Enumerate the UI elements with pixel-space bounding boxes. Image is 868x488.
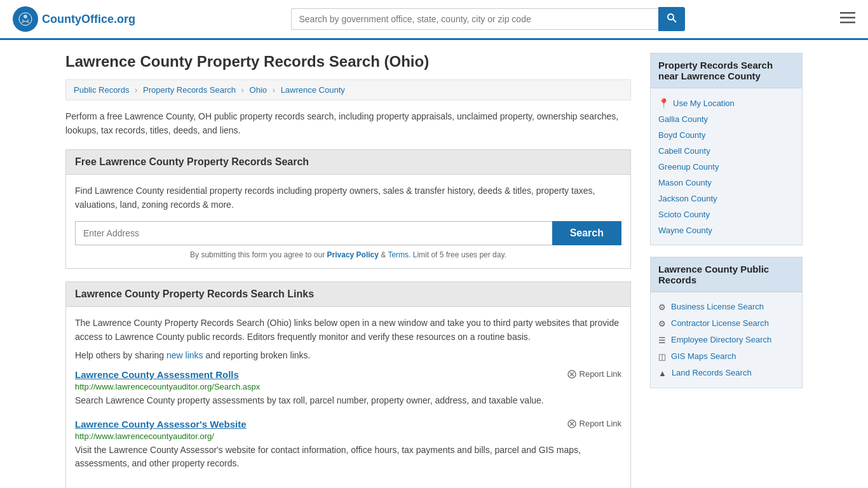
record-desc-0: Search Lawrence County property assessme…: [75, 394, 621, 407]
breadcrumb-ohio[interactable]: Ohio: [250, 85, 267, 95]
address-input[interactable]: [75, 221, 552, 245]
nearby-county-cabell-county[interactable]: Cabell County: [658, 143, 794, 159]
header-search-area: [291, 7, 685, 31]
breadcrumb-lawrence-county[interactable]: Lawrence County: [281, 85, 345, 95]
records-container: Lawrence County Assessment Rolls Report …: [75, 369, 621, 470]
svg-rect-6: [840, 12, 855, 14]
free-search-description: Find Lawrence County residential propert…: [75, 184, 621, 212]
pub-records-link-0[interactable]: ⚙Business License Search: [658, 299, 794, 315]
nearby-county-boyd-county[interactable]: Boyd County: [658, 127, 794, 143]
pub-records-link-4[interactable]: ▲Land Records Search: [658, 365, 794, 381]
record-title-0[interactable]: Lawrence County Assessment Rolls: [75, 369, 239, 380]
site-header: CountyOffice.org: [0, 0, 868, 40]
nearby-county-jackson-county[interactable]: Jackson County: [658, 191, 794, 207]
privacy-policy-link[interactable]: Privacy Policy: [327, 250, 379, 259]
pub-icon-4: ▲: [658, 369, 667, 378]
nearby-county-greenup-county[interactable]: Greenup County: [658, 159, 794, 175]
pub-records-link-2[interactable]: ☰Employee Directory Search: [658, 332, 794, 348]
address-search-row: Search: [75, 221, 621, 245]
free-search-header: Free Lawrence County Property Records Se…: [66, 150, 630, 175]
nearby-county-scioto-county[interactable]: Scioto County: [658, 207, 794, 222]
new-links-link[interactable]: new links: [166, 350, 203, 360]
nearby-section-header: Property Records Search near Lawrence Co…: [651, 53, 802, 88]
intro-text: Perform a free Lawrence County, OH publi…: [65, 109, 631, 138]
links-section: Lawrence County Property Records Search …: [65, 281, 631, 488]
record-url-1[interactable]: http://www.lawrencecountyauditor.org/: [75, 431, 621, 441]
header-search-input[interactable]: [291, 8, 658, 30]
record-desc-1: Visit the Lawrence County Assessor's web…: [75, 444, 621, 470]
pub-icon-0: ⚙: [658, 302, 666, 312]
record-item: Lawrence County Assessor's Website Repor…: [75, 419, 621, 470]
page-title: Lawrence County Property Records Search …: [65, 53, 631, 71]
links-section-body: The Lawrence County Property Records Sea…: [66, 307, 630, 488]
terms-link[interactable]: Terms: [388, 250, 409, 259]
links-section-header: Lawrence County Property Records Search …: [66, 282, 630, 307]
content-area: Lawrence County Property Records Search …: [65, 53, 631, 488]
nearby-section: Property Records Search near Lawrence Co…: [650, 53, 803, 245]
svg-line-5: [673, 19, 676, 22]
nearby-county-wayne-county[interactable]: Wayne County: [658, 222, 794, 238]
svg-rect-8: [840, 22, 855, 24]
public-records-header: Lawrence County Public Records: [651, 257, 802, 292]
public-records-links: ⚙Business License Search⚙Contractor Lice…: [658, 299, 794, 381]
logo-text: CountyOffice.org: [42, 13, 135, 26]
svg-point-4: [668, 14, 674, 20]
logo-org: .org: [114, 13, 135, 25]
logo-area: CountyOffice.org: [13, 6, 135, 32]
pub-records-link-1[interactable]: ⚙Contractor License Search: [658, 315, 794, 332]
pub-icon-3: ◫: [658, 352, 666, 362]
new-links-text: Help others by sharing new links and rep…: [75, 350, 621, 360]
pub-icon-1: ⚙: [658, 319, 666, 329]
nearby-counties: Gallia CountyBoyd CountyCabell CountyGre…: [658, 111, 794, 238]
header-search-button[interactable]: [658, 7, 685, 31]
svg-point-1: [24, 15, 27, 18]
record-url-0[interactable]: http://www.lawrencecountyauditor.org/Sea…: [75, 382, 621, 391]
form-terms: By submitting this form you agree to our…: [75, 250, 621, 259]
nearby-county-gallia-county[interactable]: Gallia County: [658, 111, 794, 127]
svg-rect-7: [840, 17, 855, 19]
report-link-btn-1[interactable]: Report Link: [567, 419, 621, 428]
record-item-header: Lawrence County Assessor's Website Repor…: [75, 419, 621, 430]
sidebar: Property Records Search near Lawrence Co…: [650, 53, 803, 488]
breadcrumb-public-records[interactable]: Public Records: [74, 85, 129, 95]
report-link-btn-0[interactable]: Report Link: [567, 369, 621, 379]
breadcrumb-property-records-search[interactable]: Property Records Search: [143, 85, 236, 95]
public-records-section: Lawrence County Public Records ⚙Business…: [650, 257, 803, 388]
record-item-header: Lawrence County Assessment Rolls Report …: [75, 369, 621, 380]
public-records-body: ⚙Business License Search⚙Contractor Lice…: [651, 292, 802, 388]
logo-icon: [13, 6, 38, 32]
pub-icon-2: ☰: [658, 336, 666, 345]
menu-icon[interactable]: [840, 11, 855, 27]
use-my-location-link[interactable]: 📍 Use My Location: [658, 95, 794, 111]
nearby-section-body: 📍 Use My Location Gallia CountyBoyd Coun…: [651, 88, 802, 245]
breadcrumb: Public Records › Property Records Search…: [65, 79, 631, 100]
free-search-section: Free Lawrence County Property Records Se…: [65, 149, 631, 269]
svg-point-2: [22, 20, 24, 22]
search-button[interactable]: Search: [552, 221, 621, 245]
location-icon: 📍: [658, 98, 669, 108]
free-search-body: Find Lawrence County residential propert…: [66, 175, 630, 268]
links-description: The Lawrence County Property Records Sea…: [75, 316, 621, 344]
nearby-county-mason-county[interactable]: Mason County: [658, 175, 794, 191]
logo-brand: CountyOffice: [42, 13, 114, 25]
main-container: Lawrence County Property Records Search …: [53, 40, 815, 488]
pub-records-link-3[interactable]: ◫GIS Maps Search: [658, 348, 794, 365]
record-title-1[interactable]: Lawrence County Assessor's Website: [75, 419, 247, 430]
svg-point-3: [27, 20, 29, 22]
record-item: Lawrence County Assessment Rolls Report …: [75, 369, 621, 407]
